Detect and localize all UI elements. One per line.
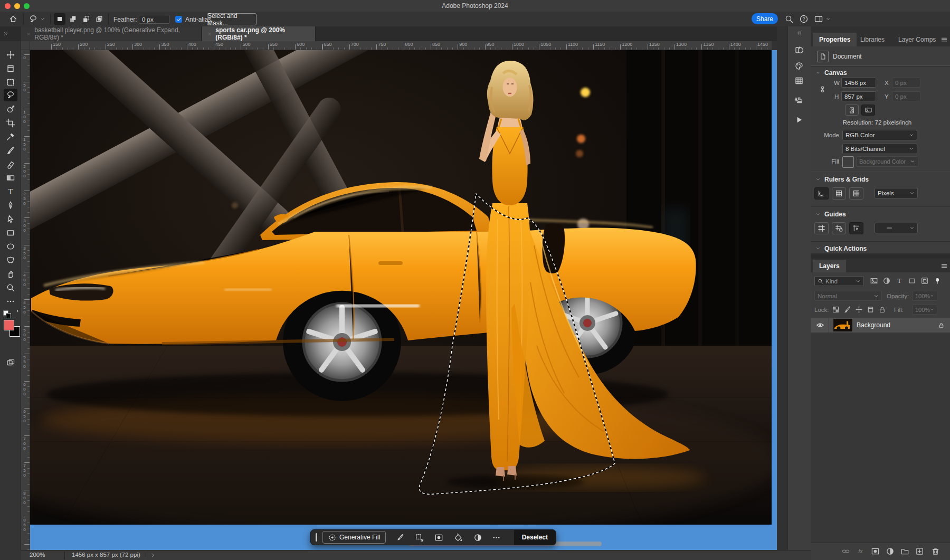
rectangle-tool[interactable] (6, 228, 15, 238)
smart-guides-button[interactable] (849, 222, 863, 234)
crop-tool[interactable] (6, 118, 15, 128)
add-layer-mask-icon[interactable] (871, 547, 880, 556)
taskbar-drag-handle[interactable] (316, 533, 317, 542)
canvas-section-header[interactable]: Canvas (815, 69, 847, 77)
move-tool[interactable] (6, 50, 15, 60)
width-input[interactable]: 1456 px (841, 78, 876, 88)
document-tab[interactable]: basketball player.png @ 100% (Generative… (21, 26, 202, 41)
layer-thumbnail[interactable] (833, 319, 852, 331)
filter-adjustment-layers-icon[interactable] (882, 277, 891, 285)
select-and-mask-button[interactable]: Select and Mask... (207, 13, 256, 25)
lock-artboard-icon[interactable] (867, 306, 875, 314)
add-to-selection-button[interactable] (67, 13, 79, 25)
pen-tool[interactable] (6, 201, 15, 210)
color-panel-icon[interactable] (791, 59, 807, 73)
generative-fill-button[interactable]: Generative Fill (322, 531, 386, 544)
layer-visibility-icon[interactable] (816, 321, 824, 329)
expand-selection-icon[interactable] (415, 533, 424, 542)
layers-menu-icon[interactable] (940, 262, 948, 270)
portrait-orientation-button[interactable] (845, 105, 859, 116)
vertical-scrollbar[interactable] (772, 50, 777, 550)
layer-lock-icon[interactable] (938, 322, 945, 329)
eraser-tool[interactable] (6, 159, 15, 169)
help-icon[interactable]: ? (799, 14, 809, 24)
new-layer-icon[interactable] (915, 547, 924, 556)
toggle-rulers-button[interactable] (814, 187, 829, 200)
filter-shape-layers-icon[interactable] (908, 277, 916, 285)
new-selection-button[interactable] (54, 13, 65, 25)
frame-tool[interactable] (6, 64, 15, 73)
ruler-corner[interactable] (21, 41, 30, 50)
status-options-icon[interactable] (150, 552, 156, 558)
link-layers-icon[interactable] (841, 547, 850, 556)
create-mask-icon[interactable] (434, 533, 443, 542)
filter-type-layers-icon[interactable]: T (895, 277, 904, 285)
anti-alias-checkbox[interactable] (175, 16, 182, 23)
close-tab-icon[interactable] (207, 32, 212, 36)
zoom-tool[interactable] (6, 283, 15, 292)
canvas[interactable] (30, 50, 772, 525)
clone-source-panel-icon[interactable] (791, 94, 807, 108)
chevron-down-icon[interactable] (40, 16, 45, 22)
quick-selection-tool[interactable] (6, 105, 15, 114)
guides-section-header[interactable]: Guides (815, 211, 846, 218)
screen-mode-icon[interactable] (5, 358, 16, 367)
brush-tool[interactable] (6, 146, 15, 155)
document-tab-active[interactable]: sports car.png @ 200% (RGB/8#) * (202, 26, 316, 41)
lock-all-icon[interactable] (878, 306, 886, 314)
zoom-level[interactable]: 200% (30, 552, 45, 558)
eyedropper-tool[interactable] (6, 132, 15, 141)
swap-colors-icon[interactable] (12, 309, 19, 316)
actions-panel-icon[interactable] (791, 113, 807, 127)
bit-depth-dropdown[interactable]: 8 Bits/Channel (842, 144, 917, 154)
toggle-guides-button[interactable] (814, 222, 829, 234)
toggle-grid-button[interactable] (832, 187, 846, 200)
filter-toggle-icon[interactable] (933, 277, 942, 285)
fill-selection-icon[interactable] (454, 533, 463, 542)
lasso-tool-active[interactable] (4, 89, 17, 101)
gradient-tool[interactable] (6, 173, 15, 183)
rulers-grids-section-header[interactable]: Rulers & Grids (815, 176, 869, 183)
lock-guides-button[interactable] (832, 222, 846, 234)
feather-input[interactable]: 0 px (139, 15, 169, 24)
landscape-orientation-button[interactable] (861, 105, 875, 116)
lock-position-icon[interactable] (855, 306, 863, 314)
share-button[interactable]: Share (752, 13, 778, 24)
direct-selection-tool[interactable] (6, 214, 15, 224)
document-info[interactable]: 1456 px x 857 px (72 ppi) (72, 552, 140, 558)
workspace-icon[interactable] (814, 14, 823, 24)
layer-row-background[interactable]: Background (811, 318, 950, 333)
chevron-down-icon[interactable] (825, 16, 831, 22)
rectangular-marquee-tool[interactable] (6, 78, 15, 87)
type-tool[interactable]: T (6, 187, 15, 196)
mode-dropdown[interactable]: RGB Color (842, 130, 917, 140)
foreground-color-swatch[interactable] (4, 320, 14, 330)
tab-layers[interactable]: Layers (813, 260, 846, 272)
panel-menu-icon[interactable] (940, 36, 948, 43)
vertical-ruler[interactable]: 0501001502002503003504004505005506006507… (21, 50, 30, 550)
delete-layer-icon[interactable] (931, 547, 940, 556)
adjustment-layer-icon[interactable] (886, 547, 895, 556)
home-icon[interactable] (8, 14, 18, 24)
filter-smart-objects-icon[interactable] (920, 277, 929, 285)
height-input[interactable]: 857 px (841, 91, 876, 101)
tab-layer-comps[interactable]: Layer Comps (892, 33, 942, 46)
adjustment-icon[interactable] (473, 533, 482, 542)
layer-filter-dropdown[interactable]: Kind (814, 276, 864, 286)
channels-panel-icon[interactable] (791, 74, 807, 88)
horizontal-ruler[interactable]: 1502002503003504004505005506006507007508… (30, 41, 772, 50)
intersect-selection-button[interactable] (93, 13, 105, 25)
guide-style-dropdown[interactable] (875, 223, 918, 233)
custom-shape-tool[interactable] (6, 255, 15, 265)
lock-pixels-icon[interactable] (843, 306, 851, 314)
search-icon[interactable] (784, 14, 794, 24)
expand-toolbar-icon[interactable] (3, 31, 9, 37)
units-dropdown[interactable]: Pixels (875, 188, 918, 198)
link-dimensions-icon[interactable] (819, 82, 826, 96)
deselect-button[interactable]: Deselect (514, 530, 556, 545)
quick-actions-section-header[interactable]: Quick Actions (815, 245, 867, 252)
close-tab-icon[interactable] (26, 32, 31, 36)
filter-pixel-layers-icon[interactable] (870, 277, 878, 285)
subtract-from-selection-button[interactable] (80, 13, 92, 25)
tab-properties[interactable]: Properties (813, 33, 857, 46)
